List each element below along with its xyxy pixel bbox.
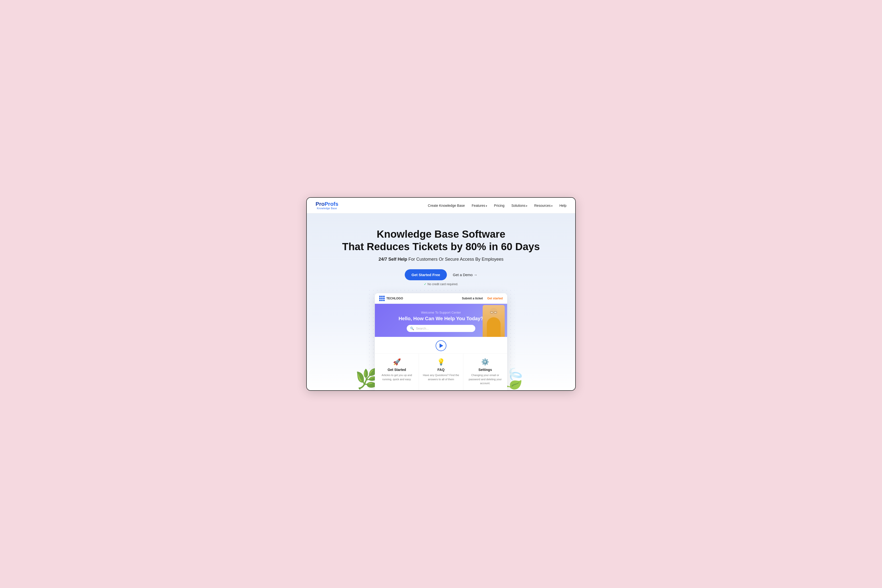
card-desc-1: Have any Questions? Find the answers to …: [422, 373, 459, 381]
card-desc-0: Articles to get you up and running, quic…: [378, 373, 415, 381]
lightbulb-icon: 💡: [422, 358, 459, 366]
card-desc-2: Changing your email or password and dele…: [467, 373, 504, 386]
hero-title: Knowledge Base Software That Reduces Tic…: [316, 228, 566, 253]
nav-links: Create Knowledge Base Features Pricing S…: [428, 203, 567, 208]
demo-window: TECHLOGO Submit a ticket Get started Wel…: [375, 293, 507, 390]
card-title-2: Settings: [467, 368, 504, 372]
hero-subtitle: 24/7 Self Help For Customers Or Secure A…: [316, 257, 566, 262]
nav-item-solutions[interactable]: Solutions: [512, 203, 527, 208]
card-faq: 💡 FAQ Have any Questions? Find the answe…: [419, 354, 463, 390]
demo-search-bar[interactable]: 🔍 Search...: [407, 325, 475, 332]
demo-widget-wrap: 🌿🍃 🌿🍃 TECHLOGO Submit a ticket: [375, 293, 507, 390]
cards-row: 🚀 Get Started Articles to get you up and…: [375, 354, 507, 390]
play-icon: [440, 344, 443, 348]
nav-item-pricing[interactable]: Pricing: [494, 203, 504, 208]
browser-frame: ProProfs Knowledge Base Create Knowledge…: [306, 197, 576, 390]
no-cc-note: ✓ No credit card required.: [316, 282, 566, 286]
person-glasses: [490, 311, 497, 314]
rocket-icon: 🚀: [378, 358, 415, 366]
person-illustration: [483, 305, 505, 337]
navbar: ProProfs Knowledge Base Create Knowledge…: [307, 198, 575, 213]
search-icon: 🔍: [410, 327, 414, 330]
play-row: [375, 337, 507, 354]
nav-item-features[interactable]: Features: [472, 203, 487, 208]
person-body: [487, 317, 501, 337]
nav-item-create[interactable]: Create Knowledge Base: [428, 203, 465, 208]
card-title-1: FAQ: [422, 368, 459, 372]
check-icon: ✓: [424, 282, 426, 286]
demo-topbar-right: Submit a ticket Get started: [462, 297, 503, 300]
cta-row: Get Started Free Get a Demo →: [316, 269, 566, 280]
logo[interactable]: ProProfs Knowledge Base: [315, 201, 338, 210]
play-button[interactable]: [436, 340, 446, 351]
hero-section: Knowledge Base Software That Reduces Tic…: [307, 213, 575, 390]
card-settings: ⚙️ Settings Changing your email or passw…: [463, 354, 507, 390]
tech-logo-grid: [379, 296, 385, 301]
get-started-link[interactable]: Get started: [487, 297, 503, 300]
logo-subtitle: Knowledge Base: [315, 207, 338, 210]
card-get-started: 🚀 Get Started Articles to get you up and…: [375, 354, 419, 390]
tech-logo: TECHLOGO: [379, 296, 403, 301]
demo-search-placeholder: Search...: [416, 327, 429, 330]
card-title-0: Get Started: [378, 368, 415, 372]
nav-item-resources[interactable]: Resources: [534, 203, 553, 208]
demo-banner: Welcome To Support Center Hello, How Can…: [375, 304, 507, 337]
gear-icon: ⚙️: [467, 358, 504, 366]
nav-item-help[interactable]: Help: [560, 203, 567, 208]
submit-ticket-link[interactable]: Submit a ticket: [462, 297, 483, 300]
get-demo-button[interactable]: Get a Demo →: [453, 273, 477, 277]
get-started-button[interactable]: Get Started Free: [405, 269, 447, 280]
demo-topbar: TECHLOGO Submit a ticket Get started: [375, 293, 507, 304]
logo-wordmark: ProProfs: [315, 201, 338, 207]
